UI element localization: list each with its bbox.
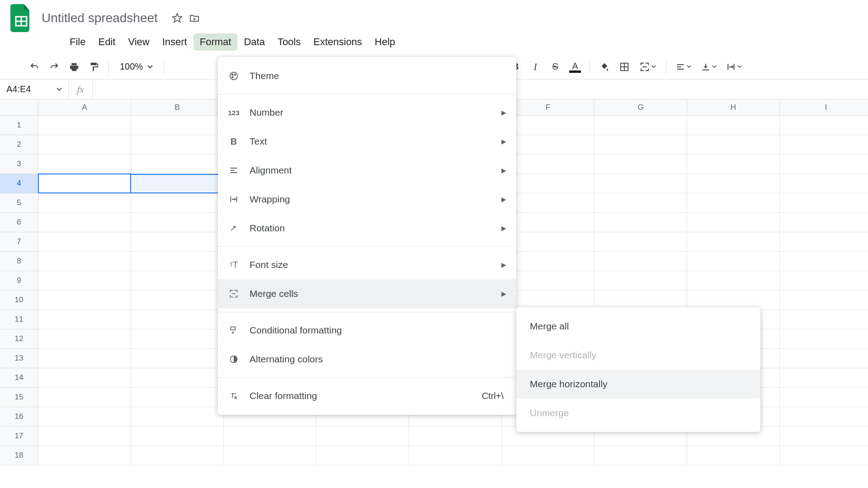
cell[interactable] xyxy=(131,291,224,310)
borders-button[interactable] xyxy=(615,58,633,76)
row-header[interactable]: 13 xyxy=(0,349,38,368)
row-header[interactable]: 2 xyxy=(0,135,38,155)
column-header[interactable]: A xyxy=(38,99,131,116)
cell[interactable] xyxy=(131,368,224,388)
paint-format-button[interactable] xyxy=(85,58,103,76)
cell[interactable] xyxy=(38,388,131,407)
strikethrough-button[interactable]: S xyxy=(546,58,564,76)
cell[interactable] xyxy=(780,135,868,155)
row-header[interactable]: 17 xyxy=(0,427,38,446)
cell[interactable] xyxy=(780,116,868,135)
menu-insert[interactable]: Insert xyxy=(156,33,193,51)
star-icon[interactable] xyxy=(171,12,183,24)
cell[interactable] xyxy=(38,174,131,193)
menu-file[interactable]: File xyxy=(63,33,92,51)
cell[interactable] xyxy=(687,116,780,135)
format-alternating[interactable]: Alternating colors xyxy=(218,345,516,374)
row-header[interactable]: 1 xyxy=(0,116,38,135)
cell[interactable] xyxy=(780,407,868,427)
cell[interactable] xyxy=(409,427,502,446)
merge-cells-button[interactable] xyxy=(635,58,660,76)
cell[interactable] xyxy=(316,446,409,465)
cell[interactable] xyxy=(687,446,780,465)
cell[interactable] xyxy=(131,407,224,427)
italic-button[interactable]: I xyxy=(526,58,544,76)
cell[interactable] xyxy=(131,155,224,174)
cell[interactable] xyxy=(131,135,224,155)
cell[interactable] xyxy=(780,252,868,271)
cell[interactable] xyxy=(38,135,131,155)
format-number[interactable]: 123 Number ▶ xyxy=(218,98,516,127)
cell[interactable] xyxy=(316,427,409,446)
cell[interactable] xyxy=(780,271,868,291)
cell[interactable] xyxy=(224,446,316,465)
cell[interactable] xyxy=(38,291,131,310)
menu-data[interactable]: Data xyxy=(237,33,271,51)
row-header[interactable]: 11 xyxy=(0,310,38,329)
column-header[interactable]: I xyxy=(780,99,868,116)
cell[interactable] xyxy=(38,232,131,252)
menu-extensions[interactable]: Extensions xyxy=(307,33,368,51)
cell[interactable] xyxy=(131,116,224,135)
redo-button[interactable] xyxy=(45,58,63,76)
cell[interactable] xyxy=(780,291,868,310)
cell[interactable] xyxy=(502,446,594,465)
cell[interactable] xyxy=(38,407,131,427)
cell[interactable] xyxy=(38,329,131,349)
cell[interactable] xyxy=(687,213,780,232)
format-theme[interactable]: Theme xyxy=(218,61,516,90)
cell[interactable] xyxy=(780,427,868,446)
format-rotation[interactable]: Rotation ▶ xyxy=(218,214,516,243)
row-header[interactable]: 7 xyxy=(0,232,38,252)
move-folder-icon[interactable] xyxy=(189,12,200,24)
menu-help[interactable]: Help xyxy=(368,33,401,51)
cell[interactable] xyxy=(780,446,868,465)
cell[interactable] xyxy=(780,310,868,329)
row-header[interactable]: 12 xyxy=(0,329,38,349)
row-header[interactable]: 5 xyxy=(0,193,38,213)
menu-tools[interactable]: Tools xyxy=(271,33,307,51)
print-button[interactable] xyxy=(65,58,83,76)
cell[interactable] xyxy=(131,329,224,349)
text-color-button[interactable]: A xyxy=(566,58,584,76)
cell[interactable] xyxy=(780,388,868,407)
format-text[interactable]: B Text ▶ xyxy=(218,127,516,156)
cell[interactable] xyxy=(38,310,131,329)
cell[interactable] xyxy=(594,271,687,291)
cell[interactable] xyxy=(131,193,224,213)
row-header[interactable]: 18 xyxy=(0,446,38,465)
cell[interactable] xyxy=(594,193,687,213)
cell[interactable] xyxy=(131,174,224,193)
cell[interactable] xyxy=(594,116,687,135)
cell[interactable] xyxy=(131,310,224,329)
cell[interactable] xyxy=(594,232,687,252)
menu-view[interactable]: View xyxy=(122,33,156,51)
vertical-align-button[interactable] xyxy=(697,58,721,76)
cell[interactable] xyxy=(594,135,687,155)
cell[interactable] xyxy=(38,446,131,465)
row-header[interactable]: 14 xyxy=(0,368,38,388)
cell[interactable] xyxy=(594,252,687,271)
cell[interactable] xyxy=(687,135,780,155)
cell[interactable] xyxy=(131,252,224,271)
row-header[interactable]: 8 xyxy=(0,252,38,271)
cell[interactable] xyxy=(224,427,316,446)
cell[interactable] xyxy=(131,271,224,291)
select-all-corner[interactable] xyxy=(0,99,38,116)
sheets-logo[interactable] xyxy=(9,2,33,34)
fill-color-button[interactable] xyxy=(595,58,613,76)
cell[interactable] xyxy=(38,252,131,271)
cell[interactable] xyxy=(38,349,131,368)
merge-vertically[interactable]: Merge vertically xyxy=(516,341,760,370)
cell[interactable] xyxy=(780,155,868,174)
cell[interactable] xyxy=(687,155,780,174)
text-wrap-button[interactable] xyxy=(722,58,746,76)
cell[interactable] xyxy=(687,232,780,252)
cell[interactable] xyxy=(38,213,131,232)
cell[interactable] xyxy=(687,193,780,213)
cell[interactable] xyxy=(38,116,131,135)
row-header[interactable]: 10 xyxy=(0,291,38,310)
unmerge[interactable]: Unmerge xyxy=(516,399,760,427)
menu-format[interactable]: Format xyxy=(193,33,238,51)
cell[interactable] xyxy=(131,388,224,407)
